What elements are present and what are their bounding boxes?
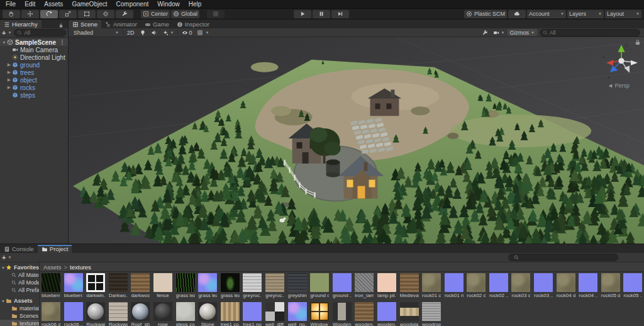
audio-toggle[interactable] xyxy=(148,29,160,37)
asset-tile-rock01-c[interactable]: rock01 c... xyxy=(422,273,441,298)
asset-tile-blueberr[interactable]: blueberr... xyxy=(42,273,60,298)
menu-assets[interactable]: Assets xyxy=(40,1,67,8)
menu-file[interactable]: File xyxy=(1,1,20,8)
pivot-toggle-button[interactable]: Center xyxy=(141,10,170,18)
draw-mode-dropdown[interactable]: Shaded▼ xyxy=(71,29,121,37)
expand-arrow-icon[interactable]: ▶ xyxy=(6,85,12,90)
create-asset-button[interactable]: +▼ xyxy=(2,254,11,261)
asset-tile-woodroof[interactable]: woodroof xyxy=(422,302,441,326)
asset-tile-rock05-[interactable]: rock05 ... xyxy=(623,273,642,298)
project-search-input[interactable] xyxy=(508,254,618,261)
asset-tile-well_diff[interactable]: well_diff... xyxy=(265,302,284,326)
menu-edit[interactable]: Edit xyxy=(20,1,40,8)
asset-tile-wooden[interactable]: wooden... xyxy=(377,302,396,326)
expand-arrow-icon[interactable]: ▶ xyxy=(6,70,12,75)
asset-tile-ground-d[interactable]: ground d... xyxy=(310,273,329,298)
tab-scene[interactable]: Scene xyxy=(69,20,101,28)
tab-animator[interactable]: Animator xyxy=(101,20,141,28)
gizmos-dropdown[interactable]: Gizmos▼ xyxy=(508,29,537,36)
asset-tile-greyroc[interactable]: greyroc... xyxy=(265,273,284,298)
asset-tile-darkwo[interactable]: Darkwo... xyxy=(109,273,128,298)
sidebar-item-textures[interactable]: textures xyxy=(0,320,39,326)
sidebar-item-scenes[interactable]: Scenes xyxy=(0,312,39,320)
move-tool-button[interactable] xyxy=(21,10,39,18)
menu-gameobject[interactable]: GameObject xyxy=(67,1,111,8)
asset-tile-rock01-n[interactable]: rock01 n... xyxy=(445,273,464,298)
tab-console[interactable]: Console xyxy=(0,245,38,253)
asset-tile-medieva[interactable]: Medieva... xyxy=(400,273,419,298)
asset-tile-wooden[interactable]: Wooden... xyxy=(333,302,352,326)
breadcrumb-textures[interactable]: textures xyxy=(70,264,91,271)
asset-tile-rockwall[interactable]: Rockwall xyxy=(86,302,105,326)
camera-settings-dropdown[interactable]: ▼ xyxy=(194,29,211,37)
custom-tool-button[interactable] xyxy=(116,10,133,18)
asset-tile-grass-lea[interactable]: grass lea... xyxy=(221,273,240,298)
asset-tile-darkwoo[interactable]: darkwoo... xyxy=(131,273,150,298)
asset-tile-darkwin[interactable]: darkwin... xyxy=(86,273,105,298)
hierarchy-item-object[interactable]: ▶object xyxy=(0,76,68,84)
tab-hierarchy[interactable]: Hierarchy xyxy=(0,20,42,28)
asset-tile-tree1-no[interactable]: tree1 no... xyxy=(243,302,262,326)
expand-arrow-icon[interactable]: ▼ xyxy=(1,299,6,303)
menu-help[interactable]: Help xyxy=(184,1,206,8)
asset-tile-blueberr[interactable]: blueberr... xyxy=(64,273,83,298)
lock-icon[interactable] xyxy=(58,23,64,28)
scene-camera-dropdown[interactable]: ▼ xyxy=(491,29,508,37)
play-button[interactable] xyxy=(294,10,311,18)
pause-button[interactable] xyxy=(313,10,330,18)
sidebar-item-favorites[interactable]: ▼Favorites xyxy=(0,264,39,271)
asset-tile-wooden[interactable]: wooden... xyxy=(355,302,374,326)
2d-toggle[interactable]: 2D xyxy=(125,29,137,37)
asset-tile-greyshin[interactable]: greyshin... xyxy=(288,273,307,298)
transform-tool-button[interactable] xyxy=(97,10,114,18)
editor-tools-button[interactable] xyxy=(479,29,491,37)
asset-tile-greyroc[interactable]: greyroc... xyxy=(243,273,262,298)
asset-tile-stone[interactable]: Stone xyxy=(198,302,217,326)
tab-inspector[interactable]: Inspector xyxy=(173,20,213,28)
expand-arrow-icon[interactable]: ▼ xyxy=(1,266,6,270)
asset-tile-rock02-[interactable]: rock02 ... xyxy=(489,273,508,298)
scene-3d-view[interactable]: yxz◄ Persp xyxy=(69,37,644,244)
plastic-scm-button[interactable]: Plastic SCM xyxy=(464,10,507,18)
asset-tile-well_no[interactable]: well_no... xyxy=(288,302,307,326)
account-dropdown[interactable]: Account▼ xyxy=(527,10,566,18)
tab-project[interactable]: Project xyxy=(38,245,72,253)
cloud-button[interactable] xyxy=(508,10,526,18)
sidebar-item-all-materia[interactable]: All Materia xyxy=(0,271,39,279)
asset-tile-roof_shi[interactable]: Roof_shi... xyxy=(131,302,150,326)
asset-tile-rock03-[interactable]: rock03 ... xyxy=(534,273,553,298)
asset-tile-rock03-d[interactable]: rock03 d... xyxy=(511,273,530,298)
asset-tile-ground-[interactable]: ground ... xyxy=(333,273,352,298)
hierarchy-item-main-camera[interactable]: Main Camera xyxy=(0,46,68,53)
asset-tile-rock06-[interactable]: rock06 ... xyxy=(64,302,83,326)
hierarchy-item-steps[interactable]: steps xyxy=(0,91,68,99)
asset-tile-fence[interactable]: fence xyxy=(153,273,172,298)
hierarchy-item-directional-light[interactable]: Directional Light xyxy=(0,53,68,61)
expand-arrow-icon[interactable]: ▶ xyxy=(6,62,12,67)
hierarchy-search-input[interactable]: All xyxy=(14,29,66,37)
asset-tile-rock04-[interactable]: rock04 ... xyxy=(579,273,597,298)
lighting-toggle[interactable] xyxy=(137,29,148,37)
expand-arrow-icon[interactable]: ▶ xyxy=(6,77,12,82)
hierarchy-item-ground[interactable]: ▶ground xyxy=(0,61,68,69)
sidebar-item-all-models[interactable]: All Models xyxy=(0,279,39,286)
sidebar-item-all-prefabs[interactable]: All Prefabs xyxy=(0,286,39,294)
expand-arrow-icon[interactable]: ▼ xyxy=(1,40,7,45)
asset-tile-grass-lea[interactable]: grass lea... xyxy=(198,273,217,298)
asset-tile-window_l[interactable]: Window_l... xyxy=(310,302,329,326)
scene-viewport[interactable]: yxz◄ Persp xyxy=(69,37,644,244)
asset-tile-rock04-d[interactable]: rock04 d... xyxy=(557,273,575,298)
hand-tool-button[interactable] xyxy=(3,10,20,18)
asset-tile-tree1-co[interactable]: tree1 co... xyxy=(221,302,240,326)
asset-tile-rock02-d[interactable]: rock02 d... xyxy=(467,273,486,298)
asset-tile-woodpla[interactable]: woodpla... xyxy=(400,302,419,326)
asset-tile-grass-lea[interactable]: grass lea... xyxy=(176,273,195,298)
rotate-tool-button[interactable] xyxy=(40,10,58,18)
orientation-toggle-button[interactable]: Global xyxy=(171,10,199,18)
scale-tool-button[interactable] xyxy=(59,10,77,18)
grid-snap-button[interactable] xyxy=(207,10,225,18)
hierarchy-item-rocks[interactable]: ▶rocks xyxy=(0,84,68,91)
asset-tile-rockywall[interactable]: Rockywall xyxy=(109,302,128,326)
asset-tile-lamp-pil[interactable]: lamp pil... xyxy=(377,273,396,298)
hierarchy-item-samplescene[interactable]: ▼SampleScene xyxy=(0,38,68,46)
